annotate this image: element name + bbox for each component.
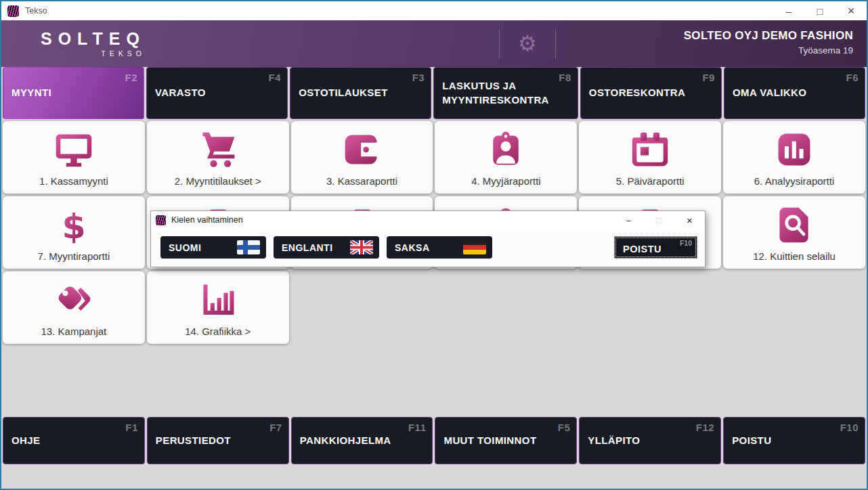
tile-label: 5. Päiväraportti — [616, 175, 685, 187]
fkey-label: F1 — [125, 421, 138, 435]
pankkiohjelma-button[interactable]: F11 PANKKIOHJELMA — [291, 417, 433, 464]
id-badge-icon — [485, 129, 526, 170]
dialog-minimize-icon[interactable]: – — [613, 211, 644, 229]
header-divider — [555, 30, 556, 58]
tile-label: 7. Myyntiraportti — [38, 250, 110, 262]
tile-label: 1. Kassamyynti — [39, 175, 108, 187]
logo-sub-text: TEKSO — [41, 49, 146, 58]
tile-myyjaraportti[interactable]: 4. Myyjäraportti — [435, 121, 577, 194]
tile-grafiikka[interactable]: 14. Grafiikka > — [147, 271, 289, 344]
button-label: SUOMI — [169, 242, 201, 253]
bar-chart-icon — [774, 129, 815, 170]
store-name: SOLTEO OYJ DEMO FASHION — [684, 29, 853, 43]
solteq-logo: SOLTEQ TEKSO — [41, 29, 146, 58]
uk-flag-icon — [350, 240, 373, 254]
button-label: MUUT TOIMINNOT — [443, 434, 536, 447]
tile-label: 3. Kassaraportti — [326, 175, 397, 187]
close-icon[interactable]: × — [836, 1, 867, 20]
tile-paivaraportti[interactable]: 5. Päiväraportti — [579, 121, 721, 194]
app-icon — [156, 215, 166, 225]
tab-fkey: F3 — [412, 71, 425, 85]
workstation-label: Työasema 19 — [684, 45, 853, 55]
app-window: Tekso – □ × SOLTEQ TEKSO ⚙ SOLTEO OYJ DE… — [0, 0, 868, 490]
bottom-row: F1 OHJE F7 PERUSTIEDOT F11 PANKKIOHJELMA… — [3, 417, 865, 464]
dollar-icon: $ — [53, 204, 94, 245]
button-label: SAKSA — [395, 242, 430, 253]
dialog-maximize-icon: □ — [644, 211, 674, 229]
fkey-label: F12 — [696, 421, 714, 435]
window-title: Tekso — [25, 6, 47, 16]
button-label: YLLÄPITO — [588, 434, 640, 447]
logo-main-text: SOLTEQ — [41, 29, 146, 49]
dialog-close-icon[interactable]: × — [674, 211, 705, 229]
tile-myyntitilaukset[interactable]: 2. Myyntitilaukset > — [147, 121, 289, 194]
dialog-titlebar[interactable]: Kielen vaihtaminen – □ × — [151, 211, 705, 229]
minimize-icon[interactable]: – — [773, 1, 804, 20]
tab-fkey: F9 — [702, 71, 715, 85]
ohje-button[interactable]: F1 OHJE — [3, 417, 145, 464]
tab-ostotilaukset[interactable]: F3 OSTOTILAUKSET — [290, 67, 431, 119]
tab-label: MYYNTI — [12, 86, 51, 99]
gear-icon[interactable]: ⚙ — [518, 33, 537, 54]
suomi-button[interactable]: SUOMI — [160, 236, 266, 259]
fkey-label: F10 — [840, 421, 859, 435]
poistu-button[interactable]: F10 POISTU — [723, 417, 865, 464]
germany-flag-icon — [463, 240, 486, 254]
app-icon — [7, 5, 19, 17]
calendar-icon — [630, 129, 670, 170]
tab-label: LASKUTUS JA MYYNTIRESKONTRA — [442, 79, 549, 107]
perustiedot-button[interactable]: F7 PERUSTIEDOT — [147, 417, 289, 464]
cart-icon — [198, 129, 238, 170]
monitor-icon — [53, 129, 94, 170]
button-label: POISTU — [732, 434, 771, 447]
tile-kassamyynti[interactable]: 1. Kassamyynti — [3, 121, 145, 194]
header-divider — [499, 30, 500, 58]
tile-label: 4. Myyjäraportti — [471, 175, 541, 187]
tile-analyysiraportti[interactable]: 6. Analyysiraportti — [723, 121, 865, 194]
button-label: ENGLANTI — [282, 242, 333, 253]
svg-text:$: $ — [62, 206, 85, 245]
button-label: POISTU — [623, 244, 661, 254]
tile-kuittien-selailu[interactable]: 12. Kuittien selailu — [723, 196, 865, 269]
englanti-button[interactable]: ENGLANTI — [274, 236, 379, 259]
tab-oma-valikko[interactable]: F6 OMA VALIKKO — [724, 67, 865, 119]
muut-toiminnot-button[interactable]: F5 MUUT TOIMINNOT — [435, 417, 577, 464]
button-label: OHJE — [12, 434, 40, 447]
tags-icon — [53, 280, 94, 320]
saksa-button[interactable]: SAKSA — [387, 236, 492, 259]
fkey-label: F10 — [680, 239, 692, 247]
tile-kassaraportti[interactable]: 3. Kassaraportti — [291, 121, 433, 194]
tab-fkey: F2 — [125, 71, 138, 85]
tab-label: VARASTO — [155, 86, 206, 99]
dialog-poistu-button[interactable]: F10 POISTU — [614, 236, 697, 259]
app-header: SOLTEQ TEKSO ⚙ SOLTEO OYJ DEMO FASHION T… — [1, 20, 867, 67]
tile-label: 6. Analyysiraportti — [754, 175, 834, 187]
titlebar: Tekso – □ × — [1, 1, 867, 20]
tile-label: 14. Grafiikka > — [185, 326, 251, 337]
document-search-icon — [774, 204, 815, 245]
fkey-label: F5 — [558, 421, 571, 435]
tab-laskutus[interactable]: F8 LASKUTUS JA MYYNTIRESKONTRA — [433, 67, 578, 119]
tab-label: OSTORESKONTRA — [589, 86, 685, 99]
fkey-label: F11 — [408, 421, 427, 435]
maximize-icon[interactable]: □ — [804, 1, 836, 20]
button-label: PERUSTIEDOT — [156, 434, 231, 447]
tile-myyntiraportti[interactable]: $ 7. Myyntiraportti — [3, 196, 145, 269]
tab-label: OMA VALIKKO — [733, 86, 806, 99]
finland-flag-icon — [237, 240, 260, 254]
tab-ostoreskontra[interactable]: F9 OSTORESKONTRA — [580, 67, 722, 119]
tile-label: 2. Myyntitilaukset > — [175, 175, 261, 187]
tab-row: F2 MYYNTI F4 VARASTO F3 OSTOTILAUKSET F8… — [3, 67, 865, 119]
tab-varasto[interactable]: F4 VARASTO — [146, 67, 288, 119]
dialog-title: Kielen vaihtaminen — [171, 215, 243, 225]
tab-myynti[interactable]: F2 MYYNTI — [3, 67, 144, 119]
graph-icon — [198, 280, 238, 320]
button-label: PANKKIOHJELMA — [300, 434, 391, 447]
wallet-icon — [342, 129, 383, 170]
tile-label: 13. Kampanjat — [41, 326, 107, 337]
yllapito-button[interactable]: F12 YLLÄPITO — [579, 417, 721, 464]
tile-kampanjat[interactable]: 13. Kampanjat — [3, 271, 145, 344]
fkey-label: F7 — [269, 421, 282, 435]
tab-fkey: F8 — [559, 71, 571, 85]
tab-fkey: F6 — [846, 71, 859, 85]
